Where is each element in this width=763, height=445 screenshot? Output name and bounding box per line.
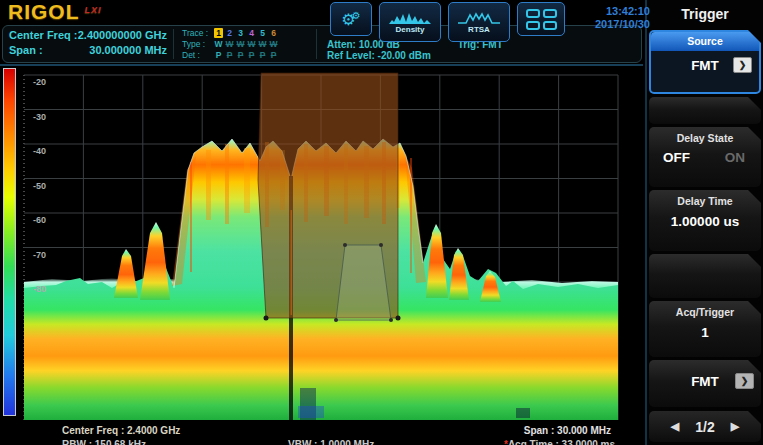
trace-label: Trace : xyxy=(182,28,214,38)
trace-3[interactable]: 3 xyxy=(236,28,245,38)
spectrum-plot: -20-30-40-50-60-70-80 xyxy=(22,70,622,420)
y-axis-label: -20 xyxy=(33,77,46,87)
menu-pager[interactable]: ◀ 1/2 ▶ xyxy=(649,411,761,442)
softkey-acq-trigger[interactable]: Acq/Trigger1 xyxy=(649,301,761,357)
toggle-on[interactable]: ON xyxy=(725,150,745,165)
settings-button[interactable]: ⚙⚙ xyxy=(330,2,372,36)
softkey-blank xyxy=(649,97,761,124)
toggle-off[interactable]: OFF xyxy=(663,150,690,165)
status-center-freq: Center Freq : 2.4000 GHz xyxy=(62,425,180,436)
softkey-source[interactable]: SourceFMT❯ xyxy=(649,30,761,94)
analyzer-screen: RIGOLLXI Center Freq :2.400000000 GHz Sp… xyxy=(0,0,763,445)
freq-section: Center Freq :2.400000000 GHz Span :30.00… xyxy=(3,26,173,62)
softkey-label: Delay State xyxy=(649,127,761,144)
gear-icon: ⚙⚙ xyxy=(341,10,360,29)
ref-level-value: Ref Level: -20.00 dBm xyxy=(327,50,635,61)
lxi-badge: LXI xyxy=(85,5,102,15)
trace-type: W xyxy=(269,39,278,49)
softkey-fmt[interactable]: FMT❯ xyxy=(649,360,761,407)
density-icon xyxy=(389,12,431,25)
amplitude-colorbar xyxy=(3,68,16,416)
page-indicator: 1/2 xyxy=(695,419,714,435)
trace-section: Trace :123456 Type :WWWWWW Det :PPPPPP xyxy=(174,26,316,62)
layout-grid-icon xyxy=(526,9,557,30)
page-next-icon[interactable]: ▶ xyxy=(731,420,739,433)
trace-type: W xyxy=(258,39,267,49)
time-value: 13:42:10 xyxy=(578,5,650,18)
rtsa-icon xyxy=(458,12,500,25)
status-rbw: RBW : 150.68 kHz xyxy=(62,439,146,445)
status-vbw: VBW : 1.0000 MHz xyxy=(288,439,374,445)
trace-det: P xyxy=(236,50,245,60)
type-label: Type : xyxy=(182,39,214,49)
softkey-value: FMT❯ xyxy=(651,51,759,73)
trace-type: W xyxy=(214,39,223,49)
det-label: Det : xyxy=(182,50,214,60)
rtsa-button[interactable]: RTSA xyxy=(448,2,510,42)
toolbar: ⚙⚙ Density RTSA 13:42:10 2017/10/30 xyxy=(330,2,650,42)
trace-detectors: PPPPPP xyxy=(214,50,280,60)
submenu-arrow-icon: ❯ xyxy=(733,57,752,73)
date-value: 2017/10/30 xyxy=(578,18,650,31)
brand-text: RIGOL xyxy=(8,0,80,23)
y-axis-label: -80 xyxy=(33,284,46,294)
trace-det: P xyxy=(258,50,267,60)
rigol-logo: RIGOLLXI xyxy=(8,0,102,24)
trace-2[interactable]: 2 xyxy=(225,28,234,38)
softkey-label: Source xyxy=(651,32,759,51)
softkey-value: 1 xyxy=(649,318,761,340)
y-axis-label: -30 xyxy=(33,112,46,122)
softkey-value: FMT❯ xyxy=(649,360,761,389)
softkey-value: 1.00000 us xyxy=(649,207,761,229)
softkey-menu: Trigger SourceFMT❯Delay StateOFFONDelay … xyxy=(645,0,763,445)
trace-det: P xyxy=(214,50,223,60)
softkey-blank xyxy=(649,254,761,298)
span-label: Span : xyxy=(9,43,43,58)
status-span: Span : 30.000 MHz xyxy=(524,425,611,436)
y-axis-label: -40 xyxy=(33,146,46,156)
window-layout-button[interactable] xyxy=(517,2,565,36)
y-axis-label: -50 xyxy=(33,181,46,191)
trace-numbers[interactable]: 123456 xyxy=(214,28,280,38)
density-label: Density xyxy=(396,25,425,35)
span-value: 30.000000 MHz xyxy=(89,43,167,58)
center-freq-label: Center Freq : xyxy=(9,28,77,43)
submenu-arrow-icon: ❯ xyxy=(735,373,754,389)
softkey-delay-state[interactable]: Delay StateOFFON xyxy=(649,127,761,187)
softkey-delay-time[interactable]: Delay Time1.00000 us xyxy=(649,190,761,251)
page-prev-icon[interactable]: ◀ xyxy=(671,420,679,433)
trace-types: WWWWWW xyxy=(214,39,280,49)
trace-det: P xyxy=(269,50,278,60)
header-separator xyxy=(0,64,643,66)
rtsa-label: RTSA xyxy=(468,25,490,35)
center-freq-value: 2.400000000 GHz xyxy=(78,28,167,43)
trace-1[interactable]: 1 xyxy=(214,28,223,38)
trace-type: W xyxy=(236,39,245,49)
trace-4[interactable]: 4 xyxy=(247,28,256,38)
status-acq-time: *Acq Time : 33.0000 ms xyxy=(504,439,615,445)
softkey-label: Acq/Trigger xyxy=(649,301,761,318)
y-axis-label: -70 xyxy=(33,250,46,260)
trace-det: P xyxy=(247,50,256,60)
status-bar: Center Freq : 2.4000 GHz Span : 30.000 M… xyxy=(0,420,645,445)
spectrum-display: -20-30-40-50-60-70-80 xyxy=(22,70,622,420)
clock: 13:42:10 2017/10/30 xyxy=(578,2,650,31)
trace-type: W xyxy=(247,39,256,49)
y-axis-label: -60 xyxy=(33,215,46,225)
density-button[interactable]: Density xyxy=(379,2,441,42)
trace-5[interactable]: 5 xyxy=(258,28,267,38)
softkey-label: Delay Time xyxy=(649,190,761,207)
menu-title: Trigger xyxy=(647,2,763,26)
trace-type: W xyxy=(225,39,234,49)
trace-det: P xyxy=(225,50,234,60)
trace-6[interactable]: 6 xyxy=(269,28,278,38)
